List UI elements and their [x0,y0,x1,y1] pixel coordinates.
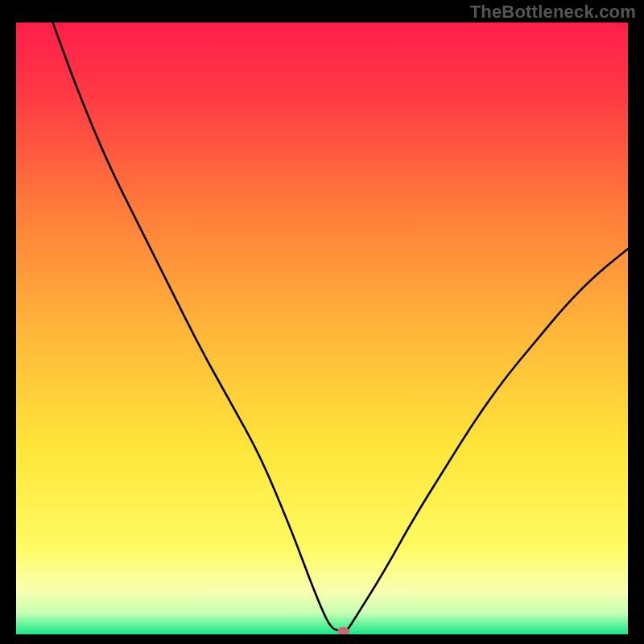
bottleneck-chart [16,23,628,634]
plot-area [16,23,628,634]
gradient-background [16,23,628,634]
watermark-text: TheBottleneck.com [470,2,636,23]
chart-frame: TheBottleneck.com [0,0,644,644]
optimal-point-marker [338,627,349,634]
